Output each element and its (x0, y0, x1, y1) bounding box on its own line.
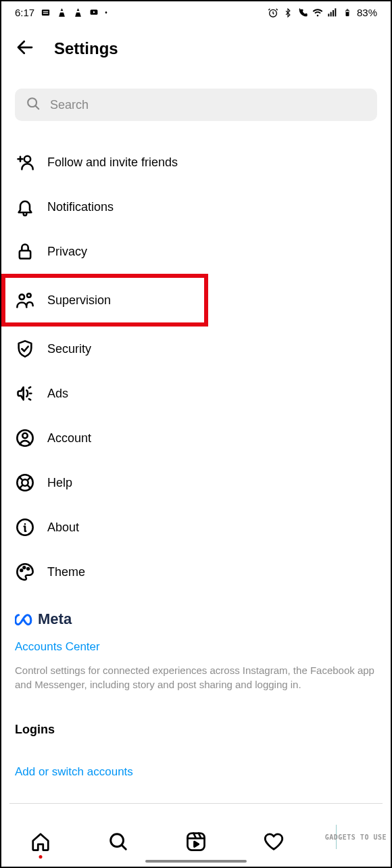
lifebuoy-icon (15, 473, 35, 493)
nav-search[interactable] (107, 830, 130, 853)
lock-icon (15, 241, 35, 262)
row-ads[interactable]: Ads (15, 371, 377, 416)
home-notification-dot (39, 855, 42, 859)
battery-icon (342, 7, 353, 18)
notif-icon-2 (56, 7, 67, 18)
header: Settings (1, 22, 391, 67)
search-icon (26, 96, 41, 114)
svg-point-14 (24, 156, 30, 162)
meta-logo: Meta (15, 610, 377, 628)
add-switch-accounts-link[interactable]: Add or switch accounts (15, 765, 377, 779)
row-supervision[interactable]: Supervision (1, 274, 208, 327)
svg-rect-2 (43, 13, 48, 14)
notif-more-dot: • (105, 9, 107, 16)
supervision-icon (15, 290, 35, 310)
call-icon (297, 7, 308, 18)
row-label: Help (47, 476, 72, 490)
meta-infinity-icon (15, 612, 34, 626)
svg-point-25 (27, 568, 29, 570)
accounts-center-link[interactable]: Accounts Center (15, 640, 377, 654)
logins-heading: Logins (15, 723, 377, 737)
svg-point-16 (20, 295, 24, 299)
alarm-icon (268, 7, 278, 18)
status-right: 83% (268, 7, 377, 18)
svg-point-23 (20, 569, 22, 571)
notif-icon-1 (40, 7, 51, 18)
shield-icon (15, 339, 35, 359)
svg-rect-8 (333, 10, 334, 16)
wifi-icon (312, 7, 323, 18)
row-about[interactable]: About (15, 505, 377, 550)
battery-percent: 83% (357, 7, 377, 18)
row-label: Account (47, 431, 91, 445)
row-label: Theme (47, 565, 85, 579)
row-notifications[interactable]: Notifications (15, 185, 377, 229)
settings-list: Follow and invite friends Notifications … (1, 140, 391, 594)
svg-rect-0 (42, 9, 49, 16)
svg-point-19 (22, 433, 27, 438)
row-privacy[interactable]: Privacy (15, 229, 377, 274)
search-field[interactable] (15, 89, 377, 121)
row-label: Notifications (47, 200, 114, 214)
row-label: About (47, 521, 79, 535)
bottom-divider (9, 803, 383, 804)
row-label: Ads (47, 387, 68, 401)
svg-rect-10 (345, 9, 349, 16)
account-icon (15, 428, 35, 448)
notif-icon-3 (72, 7, 83, 18)
watermark-text: GADGETS TO USE (325, 834, 387, 841)
svg-rect-11 (347, 9, 348, 9)
row-security[interactable]: Security (15, 327, 377, 371)
page-title: Settings (54, 39, 118, 58)
row-account[interactable]: Account (15, 416, 377, 460)
signal-icon (327, 7, 338, 18)
nav-reels[interactable] (185, 830, 207, 853)
bluetooth-icon (283, 7, 293, 18)
row-follow-invite[interactable]: Follow and invite friends (15, 140, 377, 185)
accounts-center-description: Control settings for connected experienc… (15, 663, 377, 692)
status-left: 6:17 • (15, 7, 107, 18)
row-label: Supervision (47, 293, 111, 308)
palette-icon (15, 562, 35, 582)
svg-point-17 (27, 293, 31, 297)
status-bar: 6:17 • 83% (1, 1, 391, 22)
row-label: Privacy (47, 245, 87, 259)
nav-home[interactable] (29, 830, 52, 853)
svg-rect-7 (330, 11, 332, 16)
svg-rect-9 (335, 8, 336, 16)
svg-point-24 (23, 566, 25, 569)
home-indicator (145, 860, 247, 863)
back-button[interactable] (15, 37, 35, 60)
svg-rect-6 (328, 14, 329, 16)
row-label: Security (47, 342, 91, 356)
megaphone-icon (15, 383, 35, 404)
row-label: Follow and invite friends (47, 155, 178, 170)
meta-brand-text: Meta (38, 610, 72, 628)
row-help[interactable]: Help (15, 460, 377, 505)
svg-rect-1 (43, 11, 48, 12)
meta-section: Meta Accounts Center Control settings fo… (1, 594, 391, 779)
row-theme[interactable]: Theme (15, 550, 377, 594)
notif-icon-4 (89, 7, 99, 18)
follow-invite-icon (15, 152, 35, 172)
bell-icon (15, 197, 35, 217)
bottom-nav (1, 822, 391, 867)
search-input[interactable] (50, 98, 366, 112)
svg-rect-12 (346, 11, 349, 12)
info-icon (15, 517, 35, 537)
status-time: 6:17 (15, 7, 34, 18)
nav-activity[interactable] (262, 830, 285, 853)
svg-rect-15 (20, 251, 30, 259)
